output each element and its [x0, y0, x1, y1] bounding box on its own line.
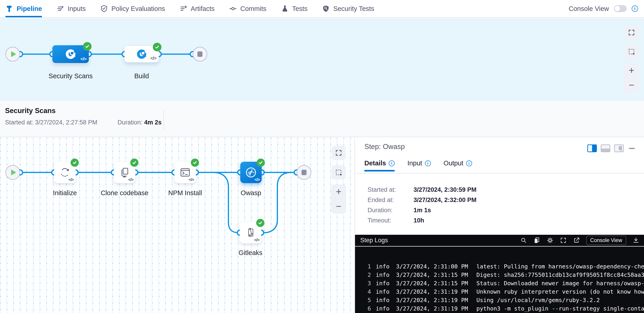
- codebase-book-icon: [119, 167, 130, 178]
- stage-label[interactable]: Security Scans: [48, 72, 92, 80]
- security-scan-stage-icon: [65, 48, 76, 60]
- log-message: Digest: sha256:7755011cdb13caf9f95051f8c…: [476, 272, 644, 278]
- success-badge: [256, 219, 264, 227]
- stage-started-at: Started at: 3/27/2024, 2:27:58 PM: [5, 119, 97, 126]
- step-details-panel: Step: Owasp Details i Input i Output i S…: [354, 138, 644, 313]
- stage-label[interactable]: Build: [134, 72, 149, 80]
- step-logs-console[interactable]: 1info3/27/2024, 2:31:00 PMlatest: Pullin…: [355, 247, 644, 313]
- shield-check-icon: [100, 5, 108, 12]
- details-info-icon[interactable]: i: [389, 160, 395, 166]
- zoom-out-button[interactable]: −: [336, 202, 342, 211]
- tab-tests[interactable]: Tests: [281, 0, 308, 17]
- download-icon[interactable]: [632, 237, 640, 244]
- step-end-node[interactable]: [297, 165, 311, 180]
- step-node-owasp[interactable]: </>: [240, 162, 262, 183]
- graph-zoom-controls: + −: [331, 185, 346, 214]
- step-node-gitleaks[interactable]: </>: [240, 222, 261, 243]
- layout-bottom-view-icon[interactable]: [601, 144, 610, 152]
- tab-label: Tests: [292, 5, 308, 12]
- detail-row: Ended at:3/27/2024, 2:32:00 PM: [368, 197, 394, 204]
- log-message: python3 -m sto_plugin --run-strategy sin…: [476, 305, 644, 312]
- log-timestamp: 3/27/2024, 2:31:19 PM: [396, 305, 468, 312]
- search-icon[interactable]: [520, 237, 527, 244]
- tab-label: Inputs: [68, 5, 86, 12]
- play-icon: [11, 51, 16, 57]
- tab-output[interactable]: Output i: [444, 159, 472, 172]
- zoom-in-button[interactable]: +: [336, 187, 342, 197]
- step-label[interactable]: Clone codebase: [101, 189, 148, 197]
- step-node-clone-codebase[interactable]: </>: [114, 162, 135, 183]
- input-info-icon[interactable]: i: [425, 160, 431, 166]
- layout-float-view-icon[interactable]: [614, 144, 624, 152]
- success-badge: [153, 43, 162, 51]
- stage-node-build[interactable]: </>: [124, 46, 159, 62]
- stage-graph-canvas[interactable]: </> </> Security Scans Build + −: [0, 18, 644, 101]
- stage-node-security-scans[interactable]: </>: [52, 45, 89, 63]
- tab-policy-evaluations[interactable]: Policy Evaluations: [100, 0, 165, 17]
- detail-row: Duration:1m 1s: [368, 207, 392, 214]
- zoom-out-button[interactable]: −: [629, 80, 634, 90]
- console-view-button[interactable]: Console View: [586, 236, 626, 245]
- graph-marquee-select-button[interactable]: [332, 165, 346, 179]
- tab-input[interactable]: Input i: [408, 159, 431, 172]
- step-label[interactable]: Owasp: [241, 189, 261, 197]
- tab-label: Details: [364, 159, 386, 167]
- fullscreen-icon[interactable]: [560, 237, 567, 244]
- stage-start-node[interactable]: [6, 47, 20, 61]
- stage-marquee-select-button[interactable]: [624, 44, 638, 59]
- tab-label: Security Tests: [333, 5, 374, 12]
- tab-pipeline[interactable]: Pipeline: [6, 0, 42, 17]
- tab-commits[interactable]: Commits: [229, 0, 266, 17]
- fullscreen-icon: [628, 29, 635, 36]
- external-link-icon[interactable]: [573, 237, 580, 244]
- copy-icon[interactable]: [533, 237, 540, 244]
- layout-right-view-icon[interactable]: [587, 144, 597, 152]
- tab-label: Policy Evaluations: [111, 5, 165, 12]
- step-node-initialize[interactable]: </>: [54, 162, 76, 183]
- step-logs-toolbar: Console View: [520, 236, 640, 245]
- log-level: info: [376, 305, 390, 312]
- stage-end-node[interactable]: [193, 47, 207, 61]
- log-timestamp: 3/27/2024, 2:31:15 PM: [396, 272, 468, 278]
- step-logs-title: Step Logs: [360, 237, 388, 244]
- tab-label: Input: [408, 159, 422, 167]
- log-level: info: [376, 263, 390, 270]
- step-node-npm-install[interactable]: </>: [174, 162, 196, 183]
- detail-label: Started at:: [368, 186, 396, 193]
- code-icon: </>: [254, 238, 260, 243]
- log-message: Using /usr/local/rvm/gems/ruby-3.2.2: [476, 297, 600, 304]
- console-view-info-icon[interactable]: i: [632, 5, 638, 12]
- step-label[interactable]: NPM Install: [168, 189, 202, 197]
- divider: [355, 173, 644, 174]
- zoom-in-button[interactable]: +: [629, 66, 634, 75]
- step-logs-header: Step Logs Console View: [355, 235, 644, 246]
- console-view-toggle[interactable]: [614, 5, 627, 12]
- log-line-number: 5: [364, 297, 371, 304]
- tab-details[interactable]: Details i: [364, 159, 395, 172]
- stage-zoom-controls: + −: [624, 63, 639, 92]
- success-badge: [257, 159, 265, 167]
- step-graph-canvas[interactable]: </> </> </>: [0, 138, 354, 313]
- step-label[interactable]: Gitleaks: [239, 249, 262, 257]
- stage-duration: Duration: 4m 2s: [118, 119, 162, 126]
- tab-security-tests[interactable]: Security Tests: [322, 0, 374, 17]
- panel-minimize-icon[interactable]: [629, 148, 635, 149]
- log-line-number: 4: [364, 289, 371, 295]
- log-line-number: 1: [364, 263, 371, 270]
- step-label[interactable]: Initialize: [53, 189, 77, 197]
- log-line-number: 2: [364, 272, 371, 278]
- tab-inputs[interactable]: Inputs: [56, 0, 86, 17]
- divider: [164, 110, 164, 130]
- log-line-number: 6: [364, 305, 371, 312]
- tab-artifacts[interactable]: Artifacts: [180, 0, 215, 17]
- inputs-icon: [56, 5, 64, 12]
- success-badge: [70, 159, 79, 167]
- success-badge: [83, 42, 92, 51]
- graph-fullscreen-button[interactable]: [332, 146, 346, 160]
- output-info-icon[interactable]: i: [466, 160, 472, 166]
- gear-icon[interactable]: [546, 237, 554, 244]
- step-start-node[interactable]: [6, 165, 20, 180]
- detail-value: 1m 1s: [414, 207, 431, 214]
- stage-fullscreen-button[interactable]: [624, 25, 638, 39]
- gitleaks-icon: [244, 227, 256, 239]
